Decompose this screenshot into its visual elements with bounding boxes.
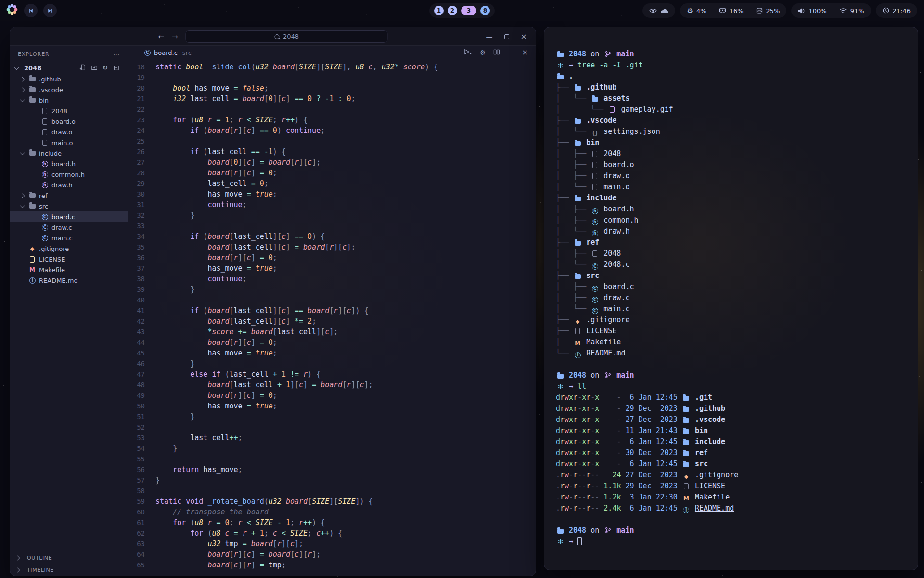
file-tree-item-board.h[interactable]: hboard.h [10, 158, 128, 169]
terminal-line: │ └── main.o [556, 182, 906, 193]
file-tree-item-board.o[interactable]: board.o [10, 116, 128, 127]
file-tree-item-Makefile[interactable]: MMakefile [10, 264, 128, 275]
line-number: 25 [128, 136, 155, 146]
file-tree-item-.vscode[interactable]: .vscode [10, 84, 128, 95]
line-number: 32 [128, 210, 155, 221]
code-line: 29 last_cell = 0; [128, 178, 536, 189]
h-badge-icon: h [40, 182, 49, 188]
folder-icon [556, 371, 565, 382]
code-line: 26 if (last_cell == -1) { [128, 146, 536, 157]
outline-section[interactable]: OUTLINE [10, 552, 128, 564]
folder-icon [573, 83, 582, 94]
file-tree-item-main.o[interactable]: main.o [10, 137, 128, 148]
line-number: 18 [128, 62, 155, 72]
file-label: src [39, 203, 48, 210]
folder-icon [682, 437, 691, 448]
image-icon [608, 105, 616, 116]
terminal-window[interactable]: 2048 on main → tree -a -I .git .├── .git… [544, 27, 918, 570]
file-tree-item-.gitignore[interactable]: ◆.gitignore [10, 243, 128, 254]
explorer-more-icon[interactable]: ⋯ [113, 50, 120, 58]
file-tree-item-include[interactable]: include [10, 148, 128, 158]
code-line: 31 continue; [128, 199, 536, 210]
tab-directory: src [182, 49, 192, 56]
media-prev-button[interactable] [24, 4, 38, 17]
terminal-line [556, 359, 906, 370]
workspace-1[interactable]: 1 [434, 6, 444, 15]
new-folder-icon[interactable] [91, 64, 98, 72]
minimize-button[interactable]: — [486, 33, 493, 40]
clock-widget[interactable]: 21:46 [876, 3, 917, 18]
file-tree-item-src[interactable]: src [10, 201, 128, 211]
editor-tab-bar[interactable]: C board.c src ⚙ ⋯ × [128, 46, 536, 59]
terminal-line: .rw-r--r-- 1.1k 29 Dec 2023 LICENSE [556, 481, 906, 492]
code-line: 48 board[last_cell + 1][c] = board[r][c]… [128, 380, 536, 390]
file-tree-item-board.c[interactable]: Cboard.c [10, 211, 128, 222]
file-tree-item-README.md[interactable]: iREADME.md [10, 275, 128, 286]
line-number: 52 [128, 422, 155, 433]
nav-back-icon[interactable]: ← [158, 32, 164, 41]
file-tree-item-LICENSE[interactable]: LICENSE [10, 254, 128, 264]
file-tree-item-common.h[interactable]: hcommon.h [10, 169, 128, 180]
file-icon [590, 149, 599, 160]
close-button[interactable]: × [521, 32, 527, 41]
branch-icon [603, 371, 612, 382]
code-line: 20 bool has_move = false; [128, 83, 536, 93]
file-label: draw.h [51, 182, 72, 189]
terminal-line: ├── src [556, 270, 906, 281]
folder-icon [28, 151, 37, 156]
terminal-line: → [556, 536, 906, 547]
system-stats-widget[interactable]: ⚙ 4% 16% 25% [680, 3, 786, 18]
tree-root-2048[interactable]: 2048 ↻ [10, 62, 128, 74]
code-editor[interactable]: 18static bool _slide_col(u32 board[SIZE]… [128, 59, 536, 576]
branch-icon [603, 50, 612, 61]
gear-icon[interactable]: ⚙ [480, 49, 486, 56]
timeline-section[interactable]: TIMELINE [10, 564, 128, 576]
workspace-3[interactable]: 3 [461, 6, 476, 15]
code-line: 57} [128, 475, 536, 486]
file-tree-item-bin[interactable]: bin [10, 95, 128, 105]
distro-logo-icon[interactable] [6, 3, 18, 18]
file-tree-item-2048[interactable]: 2048 [10, 105, 128, 116]
folder-icon [28, 87, 37, 92]
file-tree-item-ref[interactable]: ref [10, 190, 128, 201]
terminal-line: │ ├── C draw.c [556, 292, 906, 303]
terminal-line: │ ├── 2048 [556, 148, 906, 159]
line-number: 63 [128, 539, 155, 549]
audio-network-widget[interactable]: 100% 91% [791, 3, 871, 18]
code-line: 24 if (board[r][c] == 0) continue; [128, 125, 536, 136]
command-center-search[interactable]: 2048 [186, 30, 388, 43]
terminal-line: → tree -a -I .git [556, 60, 906, 71]
terminal-line: │ ├── h common.h [556, 215, 906, 226]
file-tree-item-.github[interactable]: .github [10, 74, 128, 84]
file-tree-item-draw.h[interactable]: hdraw.h [10, 180, 128, 190]
code-line: 34 if (board[last_cell][c] == 0) { [128, 231, 536, 242]
code-line: 60 // transpose the board [128, 507, 536, 517]
workspace-2[interactable]: 2 [448, 6, 457, 15]
close-editor-icon[interactable]: × [522, 48, 528, 57]
terminal-line: .rw-r--r-- 24 27 Dec 2023 ◆ .gitignore [556, 470, 906, 481]
collapse-all-icon[interactable] [113, 64, 119, 72]
line-number: 43 [128, 327, 155, 337]
file-tree-item-draw.c[interactable]: Cdraw.c [10, 222, 128, 233]
split-editor-icon[interactable] [493, 49, 500, 57]
file-tree-item-draw.o[interactable]: draw.o [10, 127, 128, 137]
weather-widget[interactable] [642, 3, 675, 18]
file-label: README.md [39, 277, 78, 284]
media-next-button[interactable] [43, 4, 57, 17]
folder-icon [682, 460, 691, 471]
run-button[interactable] [463, 48, 472, 57]
refresh-icon[interactable]: ↻ [103, 64, 108, 72]
more-actions-icon[interactable]: ⋯ [508, 49, 514, 56]
file-icon [590, 160, 599, 171]
code-line: 18static bool _slide_col(u32 board[SIZE]… [128, 62, 536, 72]
line-number: 57 [128, 475, 155, 486]
code-line: 49 board[r][c] = 0; [128, 390, 536, 401]
folder-icon [28, 98, 37, 103]
workspace-8[interactable]: 8 [480, 6, 490, 15]
nav-forward-icon[interactable]: → [172, 32, 178, 41]
new-file-icon[interactable] [79, 64, 86, 72]
maximize-button[interactable] [504, 34, 509, 39]
file-icon [40, 129, 49, 135]
file-tree-item-main.c[interactable]: Cmain.c [10, 233, 128, 243]
file-label: board.h [51, 160, 76, 168]
